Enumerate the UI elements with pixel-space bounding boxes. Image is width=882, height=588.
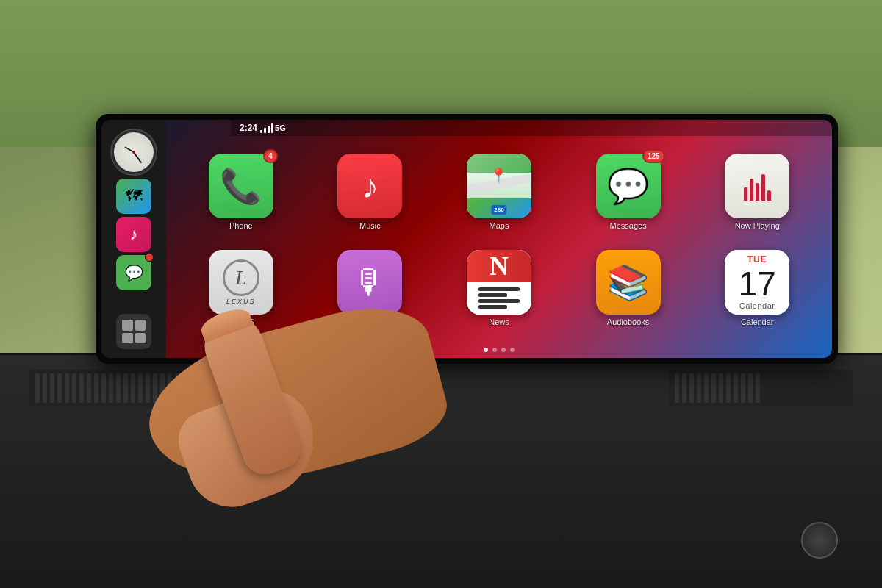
- sidebar-grid-button[interactable]: [116, 314, 151, 349]
- sidebar-item-music[interactable]: ♪: [116, 217, 151, 252]
- app-audiobooks[interactable]: 📚 Audiobooks: [568, 244, 689, 331]
- messages-badge: 125: [642, 149, 665, 163]
- page-dot-2[interactable]: [492, 348, 497, 352]
- vent-knob[interactable]: [801, 522, 838, 559]
- main-content: 2:24 5G 📞 4: [166, 120, 832, 358]
- app-calendar[interactable]: TUE 17 Calendar Calendar: [697, 244, 817, 331]
- signal-indicator: [260, 123, 273, 133]
- app-phone[interactable]: 📞 4 Phone: [181, 148, 301, 235]
- calendar-date: 17: [739, 267, 776, 301]
- app-news[interactable]: N: [439, 244, 559, 331]
- screen-bezel: 🗺 ♪ 💬: [96, 114, 838, 364]
- news-letter: N: [490, 251, 509, 282]
- app-grid: 📞 4 Phone ♪ Music: [166, 136, 832, 340]
- music-label: Music: [359, 221, 381, 230]
- page-dot-4[interactable]: [510, 348, 514, 352]
- maps-label: Maps: [490, 221, 509, 230]
- sidebar-item-maps[interactable]: 🗺: [116, 179, 151, 214]
- lexus-text: LEXUS: [226, 298, 256, 305]
- phone-label: Phone: [229, 221, 253, 230]
- sidebar-item-messages[interactable]: 💬: [116, 255, 151, 290]
- carplay-screen: 🗺 ♪ 💬: [101, 120, 832, 358]
- app-music[interactable]: ♪ Music: [310, 148, 431, 235]
- calendar-label: Calendar: [739, 301, 775, 310]
- app-maps[interactable]: 280 📍 Maps: [439, 148, 559, 235]
- page-indicators: [166, 348, 832, 352]
- calendar-day: TUE: [747, 254, 767, 265]
- news-lines: [478, 287, 520, 309]
- sidebar: 🗺 ♪ 💬: [101, 120, 166, 358]
- clock-widget: [110, 129, 157, 176]
- app-now-playing[interactable]: Now Playing: [697, 148, 817, 235]
- scene: 🗺 ♪ 💬: [0, 0, 882, 588]
- page-dot-1[interactable]: [484, 348, 488, 352]
- dashboard: [0, 353, 882, 588]
- page-dot-3[interactable]: [501, 348, 506, 352]
- messages-label: Messages: [610, 221, 647, 230]
- audiobooks-label: Audiobooks: [607, 318, 650, 326]
- phone-badge: 4: [263, 149, 278, 163]
- news-label: News: [489, 318, 509, 326]
- status-time: 2:24: [240, 123, 257, 133]
- app-messages[interactable]: 💬 125 Messages: [568, 148, 689, 235]
- status-bar: 2:24 5G: [231, 120, 832, 136]
- calendar-bottom-label: Calendar: [741, 318, 774, 326]
- podcasts-label: Podcasts: [354, 318, 387, 326]
- lexus-label: LEXUS: [228, 318, 254, 326]
- network-type: 5G: [275, 123, 286, 132]
- now-playing-label: Now Playing: [735, 221, 780, 230]
- app-podcasts[interactable]: 🎙 Podcasts: [310, 244, 431, 331]
- app-lexus[interactable]: LEXUS LEXUS: [181, 244, 301, 331]
